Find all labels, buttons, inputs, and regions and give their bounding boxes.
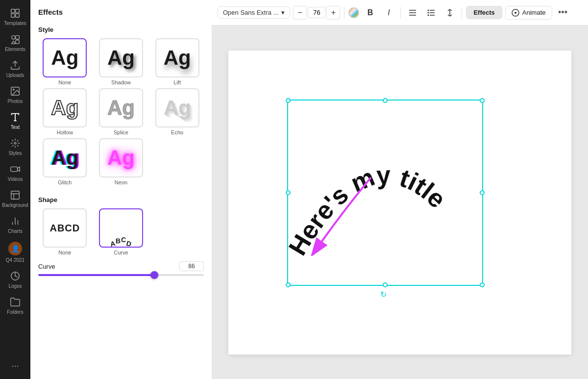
handle-mr[interactable] [480,190,485,195]
sidebar-item-videos[interactable]: Videos [0,160,30,186]
svg-point-36 [514,12,516,14]
sidebar-item-folders[interactable]: Folders [0,293,30,319]
sidebar-more[interactable]: ... [11,353,19,375]
handle-tr[interactable] [480,98,485,103]
style-card-echo[interactable]: Ag Echo [150,88,204,135]
sidebar-label-photos: Photos [7,99,23,104]
font-size-control: − + [293,6,340,20]
main-area: Open Sans Extra ... ▾ − + B I Effects An… [212,0,588,379]
sidebar-label-uploads: Uploads [6,73,24,78]
style-label-lift: Lift [173,79,181,85]
curved-text-svg: Here's my title [288,101,484,287]
svg-rect-1 [16,9,19,13]
font-size-input[interactable] [308,7,325,18]
text-color-picker[interactable] [348,7,359,18]
style-label-splice: Splice [114,129,128,135]
rotate-handle[interactable]: ↻ [380,290,390,300]
style-card-none[interactable]: Ag None [38,38,92,85]
sidebar-item-templates[interactable]: Templates [0,4,30,30]
sidebar-label-folders: Folders [7,309,23,315]
chevron-down-icon: ▾ [281,9,285,16]
shape-preview-none: ABCD [43,208,87,248]
shape-section-label: Shape [30,192,212,206]
handle-tm[interactable] [383,98,388,103]
svg-rect-0 [11,9,15,13]
sidebar-label-templates: Templates [4,21,26,26]
effects-panel: Effects Style Ag None Ag Shadow Ag Lift [30,0,212,379]
divider-1 [344,7,344,19]
svg-point-27 [428,9,429,11]
svg-point-4 [12,36,15,39]
sidebar-item-q4[interactable]: 👤 Q4 2021 [0,238,30,267]
style-card-neon[interactable]: Ag Neon [95,138,148,185]
svg-point-29 [428,14,429,16]
svg-rect-14 [11,167,18,171]
more-options-button[interactable]: ••• [555,5,571,21]
divider-3 [462,7,462,19]
curve-label: Curve [38,263,55,270]
effects-button[interactable]: Effects [466,6,502,19]
sidebar-label-styles: Styles [8,151,22,156]
shape-card-none[interactable]: ABCD None [38,208,92,255]
curve-section: Curve 86 [30,257,212,280]
animate-button[interactable]: Animate [505,6,552,20]
handle-ml[interactable] [286,190,291,195]
handle-br[interactable] [480,282,485,287]
svg-rect-3 [16,14,19,17]
svg-rect-7 [16,40,19,44]
svg-rect-5 [16,36,19,39]
style-card-lift[interactable]: Ag Lift [150,38,204,85]
style-label-glitch: Glitch [58,179,72,185]
text-element[interactable]: Here's my title ↻ [287,100,483,286]
sidebar-item-logos[interactable]: Logos [0,267,30,293]
curve-value: 86 [179,261,204,271]
shape-preview-curve: ABCD [99,208,143,248]
sidebar-item-charts[interactable]: Charts [0,212,30,238]
style-label-none: None [58,79,71,85]
toolbar: Open Sans Extra ... ▾ − + B I Effects An… [212,0,588,25]
sidebar-label-videos: Videos [8,177,23,182]
style-card-hollow[interactable]: Ag Hollow [38,88,92,135]
style-card-shadow[interactable]: Ag Shadow [95,38,148,85]
sidebar: Templates Elements Uploads Photos Text S… [0,0,30,379]
canvas-area: Here's my title ↻ [212,25,588,379]
handle-bl[interactable] [286,282,291,287]
shape-grid: ABCD None ABCD Curve [30,206,212,257]
style-label-hollow: Hollow [57,129,73,135]
style-preview-lift: Ag [155,38,199,77]
sidebar-label-logos: Logos [8,283,22,289]
sidebar-label-q4: Q4 2021 [6,257,24,263]
style-card-glitch[interactable]: Ag Glitch [38,138,92,185]
sidebar-item-text[interactable]: Text [0,108,30,134]
sidebar-label-background: Background [2,202,28,208]
list-button[interactable] [423,5,439,21]
font-name: Open Sans Extra ... [223,9,278,16]
font-size-increase[interactable]: + [326,6,340,20]
curve-slider-track[interactable] [38,274,204,276]
sidebar-item-photos[interactable]: Photos [0,82,30,108]
sidebar-item-background[interactable]: Background [0,186,30,212]
svg-text:Here's my title: Here's my title [288,160,451,260]
style-preview-hollow: Ag [43,88,87,127]
sidebar-item-elements[interactable]: Elements [0,30,30,56]
handle-tl[interactable] [286,98,291,103]
handle-bm[interactable] [383,282,388,287]
bold-button[interactable]: B [362,5,378,21]
sidebar-label-text: Text [11,125,20,130]
italic-button[interactable]: I [381,5,396,21]
style-label-neon: Neon [115,179,127,185]
align-button[interactable] [405,5,420,21]
shape-card-curve[interactable]: ABCD Curve [95,208,148,255]
font-selector[interactable]: Open Sans Extra ... ▾ [218,6,290,19]
sidebar-item-styles[interactable]: Styles [0,134,30,160]
svg-rect-16 [11,191,20,200]
font-size-decrease[interactable]: − [293,6,307,20]
curve-slider-thumb[interactable] [150,271,158,279]
style-card-splice[interactable]: Ag Splice [95,88,148,135]
style-preview-glitch: Ag [43,138,87,177]
canvas-page: Here's my title ↻ [228,51,571,354]
svg-point-28 [428,12,429,13]
sidebar-item-uploads[interactable]: Uploads [0,56,30,82]
spacing-button[interactable] [442,5,458,21]
style-label-shadow: Shadow [111,79,131,85]
